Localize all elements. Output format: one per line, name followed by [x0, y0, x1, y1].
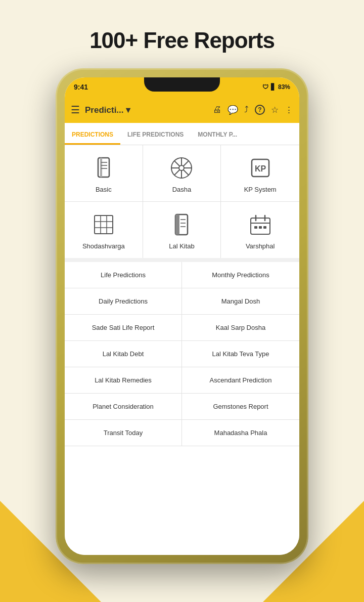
dropdown-arrow[interactable]: ▾ — [126, 105, 130, 115]
varshphal-icon — [248, 212, 273, 237]
help-icon[interactable]: ? — [255, 105, 265, 115]
list-item-monthly-predictions[interactable]: Monthly Predictions — [182, 262, 299, 288]
menu-icon[interactable]: ☰ — [71, 104, 80, 116]
shodashvarga-label: Shodashvarga — [82, 242, 125, 250]
icon-cell-lalkitab[interactable]: Lal Kitab — [143, 202, 221, 258]
basic-icon — [91, 155, 116, 181]
signal-icon: ▋ — [271, 83, 276, 91]
svg-rect-1 — [100, 158, 102, 177]
list-item-ascendant-prediction[interactable]: Ascendant Prediction — [182, 367, 299, 394]
icon-cell-dasha[interactable]: Dasha — [143, 145, 221, 201]
tab-predictions[interactable]: PREDICTIONS — [65, 126, 120, 145]
list-item-lal-kitab-teva[interactable]: Lal Kitab Teva Type — [182, 341, 299, 367]
list-item-transit-today[interactable]: Transit Today — [65, 420, 182, 446]
print-icon[interactable]: 🖨 — [213, 105, 221, 115]
list-item-gemstones-report[interactable]: Gemstones Report — [182, 394, 299, 420]
icon-cell-basic[interactable]: Basic — [65, 145, 143, 201]
shodashvarga-icon — [91, 212, 116, 237]
more-icon[interactable]: ⋮ — [285, 105, 293, 115]
toolbar-action-icons: 🖨 💬 ⤴ ? ☆ ⋮ — [213, 105, 293, 115]
dasha-label: Dasha — [172, 186, 192, 193]
tab-bar: PREDICTIONS LIFE PREDICTIONS MONTHLY P..… — [65, 123, 299, 145]
message-icon[interactable]: 💬 — [228, 105, 238, 115]
list-grid: Life Predictions Monthly Predictions Dai… — [65, 262, 299, 446]
icon-grid-row1: Basic — [65, 145, 299, 202]
basic-label: Basic — [96, 186, 112, 193]
content-area: Basic — [65, 145, 299, 555]
svg-rect-32 — [259, 226, 262, 229]
phone-mockup: 9:41 🛡 ▋ 83% ☰ Predicti... ▾ 🖨 💬 ⤴ — [56, 68, 308, 564]
star-icon[interactable]: ☆ — [271, 105, 279, 115]
page-background: 100+ Free Reports 9:41 🛡 ▋ 83% ☰ Predict… — [0, 0, 364, 602]
icon-cell-varshphal[interactable]: Varshphal — [221, 202, 299, 258]
app-toolbar: ☰ Predicti... ▾ 🖨 💬 ⤴ ? ☆ ⋮ — [65, 97, 299, 123]
list-item-kaal-sarp[interactable]: Kaal Sarp Dosha — [182, 315, 299, 341]
list-item-planet-consideration[interactable]: Planet Consideration — [65, 394, 182, 420]
phone-screen: 9:41 🛡 ▋ 83% ☰ Predicti... ▾ 🖨 💬 ⤴ — [65, 77, 299, 555]
svg-line-12 — [184, 170, 189, 176]
shield-icon: 🛡 — [262, 83, 268, 91]
dasha-icon — [169, 155, 194, 181]
tab-life-predictions[interactable]: LIFE PREDICTIONS — [120, 126, 191, 145]
lalkitab-icon — [169, 212, 194, 237]
list-item-daily-predictions[interactable]: Daily Predictions — [65, 288, 182, 315]
svg-rect-23 — [175, 214, 179, 235]
list-item-sade-sati[interactable]: Sade Sati Life Report — [65, 315, 182, 341]
list-item-life-predictions[interactable]: Life Predictions — [65, 262, 182, 288]
kp-icon: KP — [248, 155, 273, 181]
phone-notch — [144, 77, 220, 92]
svg-rect-33 — [263, 226, 266, 229]
list-item-lal-kitab-debt[interactable]: Lal Kitab Debt — [65, 341, 182, 367]
lalkitab-label: Lal Kitab — [169, 242, 195, 250]
svg-line-11 — [174, 161, 180, 166]
page-headline: 100+ Free Reports — [89, 0, 275, 68]
svg-line-13 — [184, 161, 189, 166]
list-item-mangal-dosh[interactable]: Mangal Dosh — [182, 288, 299, 315]
toolbar-title: Predicti... ▾ — [85, 105, 208, 115]
list-item-lal-kitab-remedies[interactable]: Lal Kitab Remedies — [65, 367, 182, 394]
svg-text:KP: KP — [255, 164, 266, 173]
icon-grid-row2: Shodashvarga Lal Kitab — [65, 202, 299, 262]
svg-rect-0 — [98, 158, 109, 177]
status-time: 9:41 — [74, 83, 88, 91]
svg-rect-31 — [254, 226, 257, 229]
share-icon[interactable]: ⤴ — [244, 105, 249, 115]
svg-point-6 — [179, 165, 184, 170]
battery-text: 83% — [278, 83, 290, 91]
svg-rect-17 — [95, 216, 113, 234]
status-icons: 🛡 ▋ 83% — [262, 83, 290, 91]
tab-monthly[interactable]: MONTHLY P... — [191, 126, 244, 145]
list-item-mahadasha-phala[interactable]: Mahadasha Phala — [182, 420, 299, 446]
varshphal-label: Varshphal — [246, 242, 275, 250]
kp-label: KP System — [244, 186, 277, 193]
svg-line-14 — [174, 170, 180, 176]
icon-cell-shodashvarga[interactable]: Shodashvarga — [65, 202, 143, 258]
icon-cell-kp[interactable]: KP KP System — [221, 145, 299, 201]
